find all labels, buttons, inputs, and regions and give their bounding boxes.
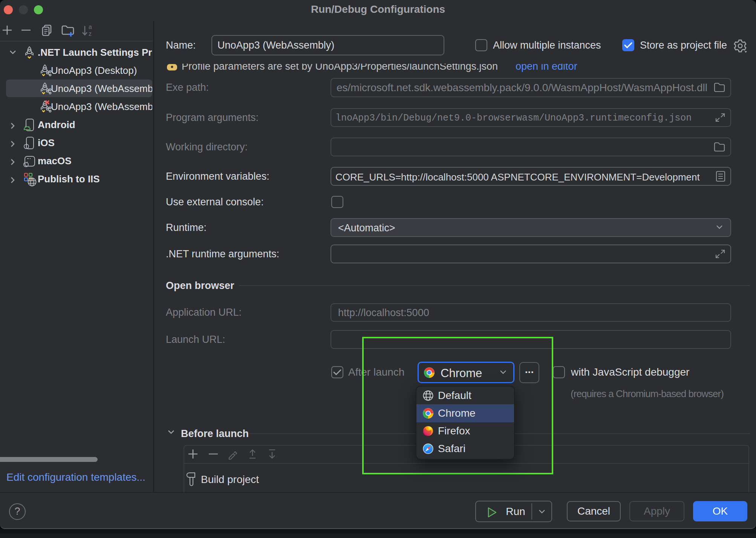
svg-text:a: a [89,24,92,30]
svg-text:z: z [89,31,92,37]
